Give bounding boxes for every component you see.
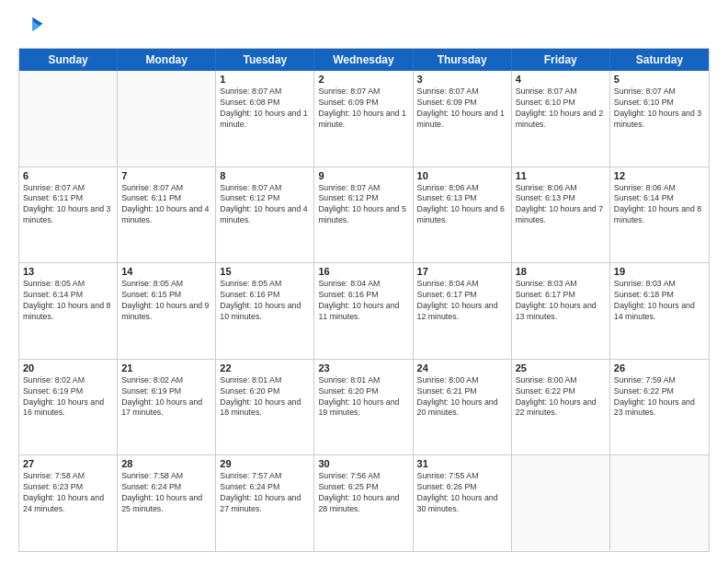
calendar-cell: 10Sunrise: 8:06 AM Sunset: 6:13 PM Dayli… <box>414 167 512 263</box>
calendar-header-tuesday: Tuesday <box>216 49 314 71</box>
day-number: 10 <box>417 170 507 181</box>
calendar: SundayMondayTuesdayWednesdayThursdayFrid… <box>18 48 710 552</box>
calendar-cell: 8Sunrise: 8:07 AM Sunset: 6:12 PM Daylig… <box>216 167 314 263</box>
calendar-week-4: 20Sunrise: 8:02 AM Sunset: 6:19 PM Dayli… <box>19 359 709 455</box>
day-info: Sunrise: 8:06 AM Sunset: 6:13 PM Dayligh… <box>516 183 606 227</box>
calendar-cell: 31Sunrise: 7:55 AM Sunset: 6:26 PM Dayli… <box>414 455 512 551</box>
day-number: 27 <box>23 458 113 469</box>
day-info: Sunrise: 8:07 AM Sunset: 6:08 PM Dayligh… <box>220 86 310 131</box>
calendar-cell: 30Sunrise: 7:56 AM Sunset: 6:25 PM Dayli… <box>314 455 413 551</box>
day-info: Sunrise: 8:01 AM Sunset: 6:20 PM Dayligh… <box>220 375 310 419</box>
day-number: 26 <box>614 362 705 373</box>
calendar-cell: 24Sunrise: 8:00 AM Sunset: 6:21 PM Dayli… <box>414 360 512 455</box>
calendar-header-thursday: Thursday <box>414 49 512 71</box>
day-number: 3 <box>417 74 507 85</box>
day-number: 25 <box>516 362 606 373</box>
day-number: 11 <box>516 170 606 181</box>
day-number: 1 <box>220 74 310 85</box>
calendar-cell <box>512 455 610 551</box>
day-number: 16 <box>318 266 408 277</box>
calendar-cell: 5Sunrise: 8:07 AM Sunset: 6:10 PM Daylig… <box>610 71 709 167</box>
day-info: Sunrise: 8:05 AM Sunset: 6:16 PM Dayligh… <box>220 279 310 323</box>
calendar-cell: 28Sunrise: 7:58 AM Sunset: 6:24 PM Dayli… <box>118 455 216 551</box>
calendar-cell: 7Sunrise: 8:07 AM Sunset: 6:11 PM Daylig… <box>118 167 216 263</box>
calendar-header-monday: Monday <box>118 49 216 71</box>
calendar-body: 1Sunrise: 8:07 AM Sunset: 6:08 PM Daylig… <box>19 71 709 551</box>
calendar-cell: 1Sunrise: 8:07 AM Sunset: 6:08 PM Daylig… <box>216 71 314 167</box>
calendar-cell <box>19 71 118 167</box>
day-info: Sunrise: 8:06 AM Sunset: 6:13 PM Dayligh… <box>417 183 507 227</box>
day-info: Sunrise: 8:07 AM Sunset: 6:09 PM Dayligh… <box>417 86 507 131</box>
day-info: Sunrise: 8:04 AM Sunset: 6:17 PM Dayligh… <box>417 279 507 323</box>
calendar-cell: 19Sunrise: 8:03 AM Sunset: 6:18 PM Dayli… <box>610 263 709 359</box>
day-number: 18 <box>516 266 606 277</box>
day-info: Sunrise: 7:55 AM Sunset: 6:26 PM Dayligh… <box>417 471 507 515</box>
day-number: 21 <box>121 362 211 373</box>
day-info: Sunrise: 8:07 AM Sunset: 6:11 PM Dayligh… <box>121 183 211 227</box>
logo <box>18 15 48 40</box>
calendar-week-1: 1Sunrise: 8:07 AM Sunset: 6:08 PM Daylig… <box>19 71 709 167</box>
day-number: 4 <box>516 74 606 85</box>
day-info: Sunrise: 8:03 AM Sunset: 6:17 PM Dayligh… <box>516 279 606 323</box>
day-number: 14 <box>121 266 211 277</box>
day-number: 2 <box>318 74 408 85</box>
day-info: Sunrise: 8:02 AM Sunset: 6:19 PM Dayligh… <box>23 375 113 419</box>
day-number: 7 <box>121 170 211 181</box>
calendar-cell: 11Sunrise: 8:06 AM Sunset: 6:13 PM Dayli… <box>512 167 610 263</box>
day-info: Sunrise: 7:58 AM Sunset: 6:23 PM Dayligh… <box>23 471 113 515</box>
calendar-cell: 23Sunrise: 8:01 AM Sunset: 6:20 PM Dayli… <box>314 360 413 455</box>
day-info: Sunrise: 8:05 AM Sunset: 6:14 PM Dayligh… <box>23 279 113 323</box>
day-number: 22 <box>220 362 310 373</box>
day-number: 15 <box>220 266 310 277</box>
day-info: Sunrise: 8:00 AM Sunset: 6:22 PM Dayligh… <box>516 375 606 419</box>
calendar-week-5: 27Sunrise: 7:58 AM Sunset: 6:23 PM Dayli… <box>19 454 709 551</box>
day-info: Sunrise: 8:07 AM Sunset: 6:11 PM Dayligh… <box>23 183 113 227</box>
calendar-cell: 3Sunrise: 8:07 AM Sunset: 6:09 PM Daylig… <box>414 71 512 167</box>
calendar-week-3: 13Sunrise: 8:05 AM Sunset: 6:14 PM Dayli… <box>19 262 709 359</box>
day-info: Sunrise: 8:06 AM Sunset: 6:14 PM Dayligh… <box>614 183 705 227</box>
day-info: Sunrise: 8:07 AM Sunset: 6:10 PM Dayligh… <box>614 86 705 131</box>
calendar-cell: 15Sunrise: 8:05 AM Sunset: 6:16 PM Dayli… <box>216 263 314 359</box>
calendar-header-wednesday: Wednesday <box>314 49 413 71</box>
header <box>18 15 710 40</box>
day-info: Sunrise: 8:02 AM Sunset: 6:19 PM Dayligh… <box>121 375 211 419</box>
calendar-cell: 9Sunrise: 8:07 AM Sunset: 6:12 PM Daylig… <box>314 167 413 263</box>
calendar-header-row: SundayMondayTuesdayWednesdayThursdayFrid… <box>19 49 709 71</box>
calendar-cell: 13Sunrise: 8:05 AM Sunset: 6:14 PM Dayli… <box>19 263 118 359</box>
day-info: Sunrise: 8:00 AM Sunset: 6:21 PM Dayligh… <box>417 375 507 419</box>
calendar-cell: 27Sunrise: 7:58 AM Sunset: 6:23 PM Dayli… <box>19 455 118 551</box>
day-info: Sunrise: 8:05 AM Sunset: 6:15 PM Dayligh… <box>121 279 211 323</box>
calendar-week-2: 6Sunrise: 8:07 AM Sunset: 6:11 PM Daylig… <box>19 167 709 263</box>
page: SundayMondayTuesdayWednesdayThursdayFrid… <box>0 0 728 563</box>
day-number: 30 <box>318 458 408 469</box>
day-number: 6 <box>23 170 113 181</box>
day-info: Sunrise: 8:01 AM Sunset: 6:20 PM Dayligh… <box>318 375 408 419</box>
calendar-header-saturday: Saturday <box>610 49 709 71</box>
day-info: Sunrise: 8:04 AM Sunset: 6:16 PM Dayligh… <box>318 279 408 323</box>
day-info: Sunrise: 8:07 AM Sunset: 6:09 PM Dayligh… <box>318 86 408 131</box>
calendar-cell <box>610 455 709 551</box>
calendar-cell: 2Sunrise: 8:07 AM Sunset: 6:09 PM Daylig… <box>314 71 413 167</box>
day-info: Sunrise: 7:56 AM Sunset: 6:25 PM Dayligh… <box>318 471 408 515</box>
day-info: Sunrise: 7:57 AM Sunset: 6:24 PM Dayligh… <box>220 471 310 515</box>
day-number: 31 <box>417 458 507 469</box>
calendar-cell: 25Sunrise: 8:00 AM Sunset: 6:22 PM Dayli… <box>512 360 610 455</box>
day-number: 20 <box>23 362 113 373</box>
calendar-cell: 16Sunrise: 8:04 AM Sunset: 6:16 PM Dayli… <box>314 263 413 359</box>
calendar-cell: 18Sunrise: 8:03 AM Sunset: 6:17 PM Dayli… <box>512 263 610 359</box>
calendar-cell: 29Sunrise: 7:57 AM Sunset: 6:24 PM Dayli… <box>216 455 314 551</box>
calendar-cell: 6Sunrise: 8:07 AM Sunset: 6:11 PM Daylig… <box>19 167 118 263</box>
calendar-cell: 14Sunrise: 8:05 AM Sunset: 6:15 PM Dayli… <box>118 263 216 359</box>
day-number: 12 <box>614 170 705 181</box>
day-info: Sunrise: 8:07 AM Sunset: 6:10 PM Dayligh… <box>516 86 606 131</box>
calendar-header-friday: Friday <box>512 49 610 71</box>
calendar-cell: 22Sunrise: 8:01 AM Sunset: 6:20 PM Dayli… <box>216 360 314 455</box>
calendar-cell: 20Sunrise: 8:02 AM Sunset: 6:19 PM Dayli… <box>19 360 118 455</box>
day-number: 5 <box>614 74 705 85</box>
calendar-cell: 21Sunrise: 8:02 AM Sunset: 6:19 PM Dayli… <box>118 360 216 455</box>
day-number: 28 <box>121 458 211 469</box>
calendar-header-sunday: Sunday <box>19 49 118 71</box>
day-number: 9 <box>318 170 408 181</box>
day-number: 13 <box>23 266 113 277</box>
day-number: 17 <box>417 266 507 277</box>
